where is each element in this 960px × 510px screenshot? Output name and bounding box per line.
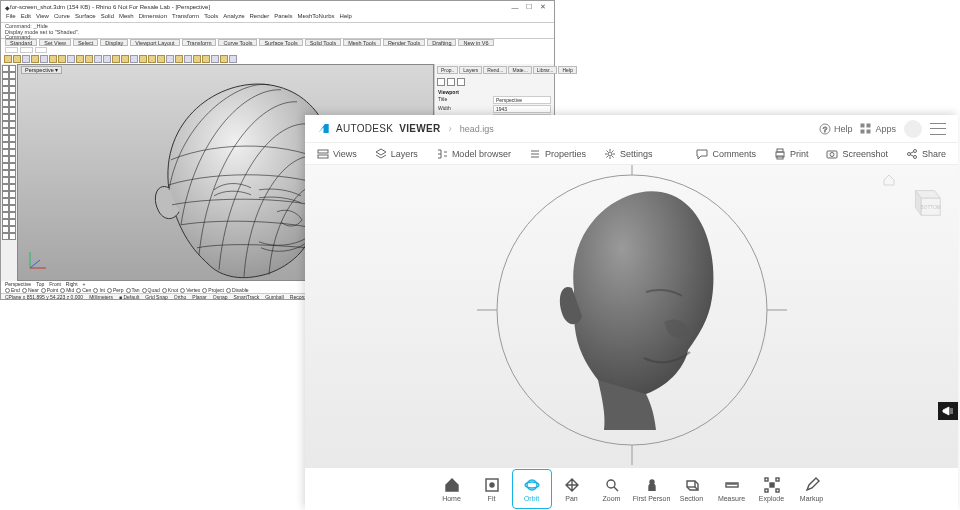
tool-home[interactable]: Home	[432, 469, 472, 509]
menu-edit[interactable]: Edit	[21, 13, 31, 22]
apps-button[interactable]: Apps	[860, 123, 896, 135]
subtab-1[interactable]	[5, 47, 18, 53]
osnap-perp[interactable]: Perp	[107, 287, 124, 293]
screenshot-button[interactable]: Screenshot	[826, 148, 888, 160]
status-gumball[interactable]: Gumball	[265, 294, 284, 299]
ltool-icon[interactable]	[2, 170, 9, 177]
menu-help[interactable]: Help	[340, 13, 352, 22]
tab-surfacetools[interactable]: Surface Tools	[259, 39, 302, 46]
ltool-icon[interactable]	[2, 163, 9, 170]
ltool-icon[interactable]	[2, 128, 9, 135]
prop-width-value[interactable]: 1943	[493, 105, 551, 113]
osnap-point[interactable]: Point	[41, 287, 58, 293]
ltool-icon[interactable]	[9, 156, 16, 163]
maximize-button[interactable]: ☐	[522, 3, 536, 11]
tool-icon[interactable]	[193, 55, 201, 63]
ltool-icon[interactable]	[2, 142, 9, 149]
osnap-tan[interactable]: Tan	[126, 287, 140, 293]
ltool-icon[interactable]	[2, 219, 9, 226]
ltool-icon[interactable]	[9, 100, 16, 107]
model-browser-button[interactable]: Model browser	[436, 148, 511, 160]
views-button[interactable]: Views	[317, 148, 357, 160]
ltool-icon[interactable]	[2, 114, 9, 121]
minimize-button[interactable]: —	[508, 4, 522, 11]
breadcrumb-filename[interactable]: head.igs	[460, 124, 494, 134]
subtab-2[interactable]	[20, 47, 33, 53]
tool-fit[interactable]: Fit	[472, 469, 512, 509]
status-ortho[interactable]: Ortho	[174, 294, 187, 299]
properties-button[interactable]: Properties	[529, 148, 586, 160]
tool-measure[interactable]: Measure	[712, 469, 752, 509]
menu-transform[interactable]: Transform	[172, 13, 199, 22]
ltool-icon[interactable]	[2, 212, 9, 219]
comments-button[interactable]: Comments	[696, 148, 756, 160]
ltool-icon[interactable]	[2, 198, 9, 205]
print-button[interactable]: Print	[774, 148, 809, 160]
ltool-icon[interactable]	[9, 226, 16, 233]
menu-solid[interactable]: Solid	[101, 13, 114, 22]
tab-solidtools[interactable]: Solid Tools	[305, 39, 342, 46]
menu-meshtonurbs[interactable]: MeshToNurbs	[298, 13, 335, 22]
status-layer[interactable]: ■ Default	[119, 294, 139, 299]
status-smarttrack[interactable]: SmartTrack	[234, 294, 260, 299]
ltool-icon[interactable]	[9, 114, 16, 121]
tool-icon[interactable]	[40, 55, 48, 63]
rtab-materials[interactable]: Mate...	[508, 66, 531, 74]
osnap-mid[interactable]: Mid	[60, 287, 74, 293]
tool-icon[interactable]	[130, 55, 138, 63]
rhino-command-area[interactable]: Command: _Hide Display mode set to "Shad…	[1, 22, 554, 39]
ltool-icon[interactable]	[2, 156, 9, 163]
menu-file[interactable]: File	[6, 13, 16, 22]
tool-icon[interactable]	[22, 55, 30, 63]
tool-icon[interactable]	[202, 55, 210, 63]
menu-surface[interactable]: Surface	[75, 13, 96, 22]
rtab-properties[interactable]: Prop..	[437, 66, 458, 74]
osnap-near[interactable]: Near	[22, 287, 39, 293]
ltool-icon[interactable]	[9, 135, 16, 142]
tool-icon[interactable]	[112, 55, 120, 63]
ltool-icon[interactable]	[2, 226, 9, 233]
tool-icon[interactable]	[85, 55, 93, 63]
hamburger-menu-icon[interactable]	[930, 123, 946, 135]
layers-button[interactable]: Layers	[375, 148, 418, 160]
ltool-icon[interactable]	[2, 86, 9, 93]
tool-zoom[interactable]: Zoom	[592, 469, 632, 509]
rtab-libraries[interactable]: Librar...	[533, 66, 558, 74]
ltool-icon[interactable]	[9, 205, 16, 212]
ltool-icon[interactable]	[2, 72, 9, 79]
ltool-icon[interactable]	[9, 177, 16, 184]
tool-icon[interactable]	[76, 55, 84, 63]
tool-markup[interactable]: Markup	[792, 469, 832, 509]
close-button[interactable]: ✕	[536, 3, 550, 11]
tab-setview[interactable]: Set View	[39, 39, 71, 46]
menu-tools[interactable]: Tools	[204, 13, 218, 22]
status-osnap[interactable]: Osnap	[213, 294, 228, 299]
ltool-icon[interactable]	[9, 121, 16, 128]
tool-icon[interactable]	[49, 55, 57, 63]
ltool-icon[interactable]	[9, 212, 16, 219]
ltool-icon[interactable]	[9, 191, 16, 198]
menu-view[interactable]: View	[36, 13, 49, 22]
tab-transform[interactable]: Transform	[182, 39, 217, 46]
status-gridsnap[interactable]: Grid Snap	[145, 294, 168, 299]
ltool-icon[interactable]	[2, 149, 9, 156]
rtab-render[interactable]: Rend...	[483, 66, 507, 74]
user-avatar[interactable]	[904, 120, 922, 138]
ltool-icon[interactable]	[2, 233, 9, 240]
tab-meshtools[interactable]: Mesh Tools	[343, 39, 381, 46]
menu-render[interactable]: Render	[250, 13, 270, 22]
ltool-icon[interactable]	[9, 79, 16, 86]
tool-icon[interactable]	[229, 55, 237, 63]
viewcube[interactable]: BOTTOM	[906, 183, 944, 221]
tool-icon[interactable]	[166, 55, 174, 63]
menu-analyze[interactable]: Analyze	[223, 13, 244, 22]
ltool-icon[interactable]	[9, 198, 16, 205]
osnap-disable[interactable]: Disable	[226, 287, 249, 293]
tab-standard[interactable]: Standard	[5, 39, 37, 46]
help-button[interactable]: ? Help	[819, 123, 853, 135]
menu-curve[interactable]: Curve	[54, 13, 70, 22]
ltool-icon[interactable]	[2, 177, 9, 184]
ltool-icon[interactable]	[2, 205, 9, 212]
osnap-cen[interactable]: Cen	[76, 287, 91, 293]
status-planar[interactable]: Planar	[192, 294, 206, 299]
